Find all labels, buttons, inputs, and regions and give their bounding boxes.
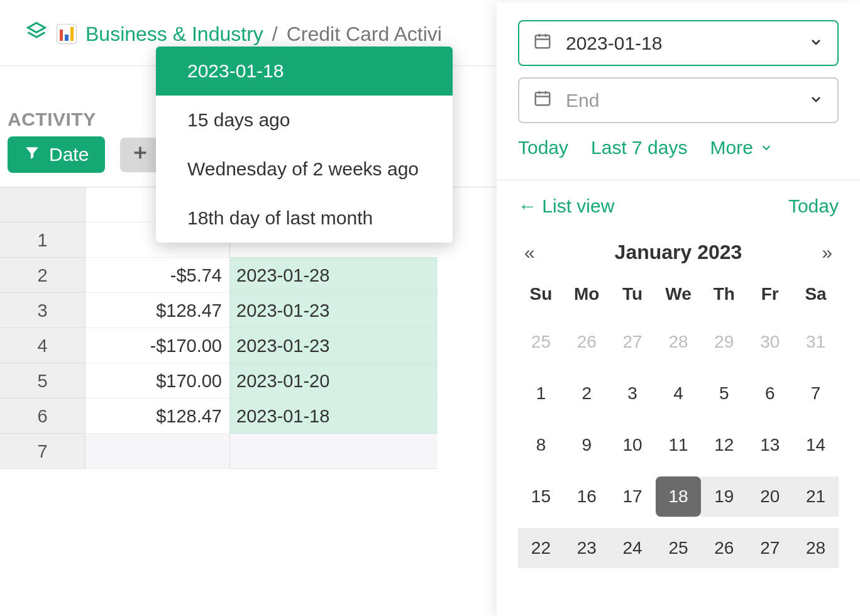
row-number[interactable]: 2 xyxy=(0,258,85,293)
start-date-input[interactable]: 2023-01-18 xyxy=(518,20,839,66)
calendar-dow: Fr xyxy=(747,278,793,311)
row-number[interactable]: 4 xyxy=(0,328,85,363)
calendar-day[interactable]: 18 xyxy=(656,476,702,517)
cell-amount[interactable]: -$5.74 xyxy=(85,258,230,293)
calendar-day[interactable]: 4 xyxy=(656,373,702,414)
quick-range-row: Today Last 7 days More xyxy=(518,137,839,158)
calendar-day[interactable]: 25 xyxy=(656,528,702,568)
cell-amount[interactable]: -$170.00 xyxy=(85,328,230,363)
add-filter-button[interactable] xyxy=(120,138,160,172)
date-suggestion-dropdown: 2023-01-1815 days agoWednesday of 2 week… xyxy=(156,47,453,243)
calendar-day-other-month[interactable]: 26 xyxy=(564,322,610,362)
calendar-grid: SuMoTuWeThFrSa25262728293031123456789101… xyxy=(518,278,839,568)
svg-marker-0 xyxy=(28,23,45,33)
calendar-day-other-month[interactable]: 27 xyxy=(610,322,656,362)
calendar-day[interactable]: 5 xyxy=(701,373,747,414)
cell-amount[interactable]: $128.47 xyxy=(85,293,230,328)
cell-date[interactable]: 2023-01-28 xyxy=(230,258,438,293)
date-filter-label: Date xyxy=(49,144,89,165)
row-number[interactable]: 5 xyxy=(0,363,85,399)
calendar-day[interactable]: 21 xyxy=(793,476,839,517)
breadcrumb-separator: / xyxy=(272,23,278,46)
chevron-down-icon xyxy=(759,141,773,155)
filter-icon xyxy=(24,144,40,165)
calendar-day-other-month[interactable]: 29 xyxy=(701,322,747,362)
row-number[interactable]: 7 xyxy=(0,434,85,469)
quick-today[interactable]: Today xyxy=(518,137,568,158)
start-date-value: 2023-01-18 xyxy=(566,33,662,54)
row-number[interactable]: 6 xyxy=(0,399,85,434)
list-view-link[interactable]: ← List view xyxy=(518,195,614,217)
calendar-day[interactable]: 1 xyxy=(518,373,564,414)
calendar-day[interactable]: 6 xyxy=(747,373,793,414)
calendar-day[interactable]: 20 xyxy=(747,476,793,517)
calendar-day[interactable]: 26 xyxy=(701,528,747,568)
calendar-day[interactable]: 15 xyxy=(518,476,564,517)
calendar-day[interactable]: 22 xyxy=(518,528,564,568)
calendar-icon xyxy=(533,89,552,112)
calendar-month-label[interactable]: January 2023 xyxy=(615,241,742,264)
cell-date[interactable] xyxy=(230,434,438,469)
breadcrumb-page[interactable]: Credit Card Activi xyxy=(287,23,442,46)
calendar-dow: Su xyxy=(518,278,564,311)
end-date-input[interactable]: End xyxy=(518,77,839,123)
svg-rect-3 xyxy=(536,35,550,48)
calendar-day[interactable]: 3 xyxy=(610,373,656,414)
prev-month-button[interactable]: « xyxy=(524,242,535,263)
cell-date[interactable]: 2023-01-23 xyxy=(230,328,438,363)
quick-last7[interactable]: Last 7 days xyxy=(591,137,687,158)
calendar-day-other-month[interactable]: 30 xyxy=(747,322,793,362)
chevron-down-icon xyxy=(808,33,824,54)
calendar-day-other-month[interactable]: 25 xyxy=(518,322,564,362)
today-link[interactable]: Today xyxy=(788,195,839,217)
layers-icon[interactable] xyxy=(25,20,48,48)
date-filter-button[interactable]: Date xyxy=(8,136,105,173)
plus-icon xyxy=(131,144,149,166)
next-month-button[interactable]: » xyxy=(822,242,832,263)
calendar-day[interactable]: 7 xyxy=(793,373,839,414)
calendar-day[interactable]: 12 xyxy=(701,425,747,465)
cell-date[interactable]: 2023-01-20 xyxy=(230,363,438,399)
calendar-header: « January 2023 » xyxy=(518,241,839,264)
calendar-icon xyxy=(533,31,552,55)
calendar-day[interactable]: 16 xyxy=(564,476,610,517)
cell-amount[interactable]: $128.47 xyxy=(85,399,230,434)
cell-date[interactable]: 2023-01-23 xyxy=(230,293,438,328)
chart-icon[interactable] xyxy=(57,24,77,44)
suggestion-item[interactable]: 18th day of last month xyxy=(156,194,453,243)
calendar-day[interactable]: 28 xyxy=(793,528,839,568)
calendar-day[interactable]: 19 xyxy=(701,476,747,517)
calendar-day[interactable]: 10 xyxy=(610,425,656,465)
calendar-dow: We xyxy=(656,278,702,311)
calendar-day[interactable]: 14 xyxy=(793,425,839,465)
calendar-day[interactable]: 11 xyxy=(656,425,702,465)
cell-amount[interactable]: $170.00 xyxy=(85,363,230,399)
calendar-dow: Mo xyxy=(564,278,610,311)
calendar-day-other-month[interactable]: 31 xyxy=(793,322,839,362)
calendar-day[interactable]: 8 xyxy=(518,425,564,465)
svg-rect-7 xyxy=(536,92,550,105)
cell-amount[interactable] xyxy=(85,434,230,469)
calendar-day[interactable]: 23 xyxy=(564,528,610,568)
calendar-day[interactable]: 27 xyxy=(747,528,793,568)
cell-date[interactable]: 2023-01-18 xyxy=(230,399,438,434)
quick-more-label: More xyxy=(710,137,753,158)
calendar-day[interactable]: 24 xyxy=(610,528,656,568)
calendar-day[interactable]: 13 xyxy=(747,425,793,465)
calendar-day[interactable]: 2 xyxy=(564,373,610,414)
row-number[interactable]: 3 xyxy=(0,293,85,328)
calendar-day-other-month[interactable]: 28 xyxy=(656,322,702,362)
calendar-day[interactable]: 9 xyxy=(564,425,610,465)
breadcrumb-category[interactable]: Business & Industry xyxy=(85,23,263,46)
suggestion-item[interactable]: 2023-01-18 xyxy=(156,47,453,96)
chevron-down-icon xyxy=(808,90,824,111)
rownum-header xyxy=(0,187,85,223)
divider xyxy=(497,180,860,180)
calendar-dow: Tu xyxy=(610,278,656,311)
quick-more[interactable]: More xyxy=(710,137,773,158)
row-number[interactable]: 1 xyxy=(0,223,85,258)
calendar-day[interactable]: 17 xyxy=(610,476,656,517)
date-range-panel: 2023-01-18 End Today Last 7 days More ← … xyxy=(497,3,860,616)
suggestion-item[interactable]: 15 days ago xyxy=(156,96,453,145)
suggestion-item[interactable]: Wednesday of 2 weeks ago xyxy=(156,145,453,194)
